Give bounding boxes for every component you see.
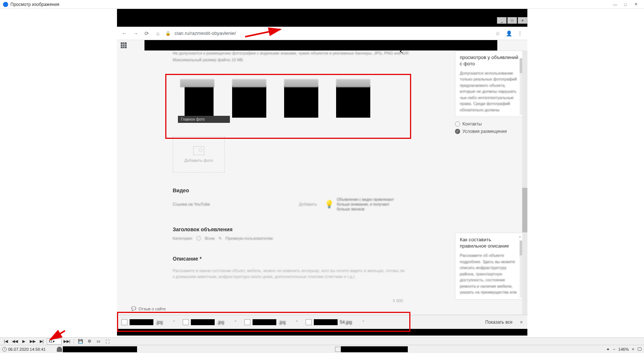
- download-item-2[interactable]: .jpg⌃: [183, 319, 237, 325]
- desc-heading: Описание *: [173, 256, 433, 262]
- user-icon: [57, 347, 62, 352]
- file-icon: [306, 319, 312, 325]
- bookmarks-redacted: [144, 40, 497, 50]
- browser-tabs-redacted: [117, 9, 527, 27]
- view-area: _ □ × ← → ⟳ ⌂ 🔒 cian.ru/razmestit-obyavl…: [0, 9, 644, 337]
- viewer-titlebar: Просмотр изображения — □ ✕: [0, 0, 644, 9]
- chat-icon: 💬: [131, 306, 136, 311]
- zoom-controls: ⚭ − 146% + 🖵: [606, 347, 642, 352]
- photo-row: Главное фото: [173, 64, 433, 118]
- url-text[interactable]: cian.ru/razmestit-obyavlenie/: [175, 30, 490, 36]
- radio-all[interactable]: [196, 236, 201, 241]
- browser-minimize-icon[interactable]: _: [497, 17, 507, 24]
- prev-button[interactable]: ◀◀: [11, 339, 19, 344]
- photo-hint-1: Не допускается к размещению фотографии с…: [173, 50, 433, 56]
- main-photo-label: Главное фото: [178, 116, 230, 123]
- link-contacts[interactable]: Контакты: [462, 121, 482, 127]
- save-button[interactable]: 💾: [77, 339, 84, 344]
- menu-button[interactable]: ⋮: [516, 30, 524, 37]
- forward-button[interactable]: →: [132, 30, 139, 37]
- play-button[interactable]: ▶: [20, 339, 27, 344]
- clock-icon: [2, 347, 7, 352]
- viewer-title: Просмотр изображения: [10, 2, 610, 7]
- video-url-input[interactable]: [173, 199, 292, 209]
- status-redacted-1: [63, 346, 137, 352]
- bulb-icon: 💡: [325, 199, 334, 209]
- page-scrollbar[interactable]: [522, 50, 527, 315]
- photo-thumb-2[interactable]: [232, 79, 266, 118]
- monitor-icon[interactable]: 🖵: [637, 347, 642, 352]
- side-box2-text: Расскажите об объекте подробнее. Здесь в…: [460, 252, 519, 295]
- link-terms[interactable]: Условия размещения: [462, 129, 507, 134]
- chevron-up-icon[interactable]: ⌃: [172, 320, 175, 324]
- zoom-value: 146%: [618, 347, 629, 352]
- downloads-bar-wrap: .jpg⌃ .jpg⌃ .jpg⌃ 54.jpg⌃ Показать все ×: [117, 315, 527, 329]
- video-tip: 💡 Объявления с видео привлекают больше в…: [325, 197, 403, 212]
- monitor-icon: [335, 347, 341, 352]
- chevron-up-icon[interactable]: ⌃: [362, 320, 365, 324]
- page-content: Не допускается к размещению фотографии с…: [117, 50, 527, 315]
- speed-selector[interactable]: x1 ▾: [47, 339, 62, 344]
- side-box1-text: Допускается использование только реальны…: [460, 70, 519, 113]
- chevron-up-icon[interactable]: ⌃: [234, 320, 237, 324]
- pencil-icon: ✎: [218, 236, 222, 241]
- photo-thumb-3[interactable]: [284, 79, 318, 118]
- download-item-4[interactable]: 54.jpg⌃: [306, 319, 365, 325]
- settings-button[interactable]: ⚙: [86, 339, 93, 344]
- side-box-photo-tip: просмотров у объявлений с фото Допускает…: [455, 50, 524, 117]
- reload-button[interactable]: ⟳: [143, 30, 150, 37]
- feedback-link[interactable]: 💬 Отзыв о сайте: [131, 306, 166, 311]
- content-main: Не допускается к размещению фотографии с…: [173, 50, 433, 303]
- star-button[interactable]: ☆: [494, 30, 501, 37]
- zoom-out-button[interactable]: −: [613, 347, 615, 352]
- browser-frame: _ □ × ← → ⟳ ⌂ 🔒 cian.ru/razmestit-obyavl…: [117, 9, 527, 336]
- profile-button[interactable]: 👤: [505, 30, 513, 37]
- image-icon: [193, 146, 204, 155]
- downloads-bar: .jpg⌃ .jpg⌃ .jpg⌃ 54.jpg⌃ Показать все ×: [117, 315, 527, 329]
- video-heading: Видео: [173, 187, 433, 193]
- file-icon: [121, 319, 127, 325]
- fullscreen-button[interactable]: ⛶: [104, 339, 111, 344]
- video-tip-text: Объявления с видео привлекают больше вни…: [337, 197, 403, 212]
- side-box-desc-tip: × Как составить правильное описание Расс…: [455, 233, 524, 299]
- photo-hint-2: Максимальный размер файла 10 МБ: [173, 57, 433, 62]
- timestamp: 06.07.2020 14:58:41: [8, 347, 46, 352]
- back-button[interactable]: ←: [121, 30, 128, 37]
- close-button[interactable]: ✕: [631, 1, 641, 8]
- title-opt-premium: Премиум-пользователям: [225, 236, 273, 241]
- photo-thumb-1[interactable]: Главное фото: [180, 79, 214, 118]
- show-all-downloads[interactable]: Показать все: [485, 320, 513, 325]
- minimize-button[interactable]: —: [610, 1, 620, 8]
- url-bar: ← → ⟳ ⌂ 🔒 cian.ru/razmestit-obyavlenie/ …: [117, 27, 527, 40]
- add-photo-button[interactable]: Добавить фото: [173, 136, 225, 173]
- desc-textarea[interactable]: Расскажите в каком состоянии объект, меб…: [173, 268, 407, 280]
- viewer-statusbar: 06.07.2020 14:58:41 ⚭ − 146% + 🖵: [0, 345, 644, 353]
- circle-icon: [455, 121, 460, 127]
- browser-close-icon[interactable]: ×: [518, 17, 527, 24]
- maximize-button[interactable]: □: [620, 1, 631, 8]
- apps-icon[interactable]: [121, 42, 127, 48]
- zoom-in-button[interactable]: +: [632, 347, 634, 352]
- char-count: 5 000: [173, 298, 403, 303]
- chevron-up-icon[interactable]: ⌃: [295, 320, 298, 324]
- video-add-button[interactable]: Добавить: [299, 202, 317, 206]
- download-item-3[interactable]: .jpg⌃: [244, 319, 298, 325]
- first-button[interactable]: |◀: [2, 339, 10, 344]
- last-button[interactable]: ▶|: [38, 339, 45, 344]
- photo-thumb-4[interactable]: [336, 79, 370, 118]
- video-row: Добавить 💡 Объявления с видео привлекают…: [173, 197, 433, 212]
- home-button[interactable]: ⌂: [154, 30, 162, 37]
- link-icon[interactable]: ⚭: [606, 347, 610, 352]
- close-tip-button[interactable]: ×: [519, 235, 521, 239]
- next-button[interactable]: ▶▶: [29, 339, 36, 344]
- app-icon: [3, 2, 8, 7]
- download-item-1[interactable]: .jpg⌃: [121, 319, 175, 325]
- end-button[interactable]: ▶▶|: [63, 339, 71, 344]
- add-photo-label: Добавить фото: [184, 158, 213, 163]
- side-box2-title: Как составить правильное описание: [460, 237, 519, 249]
- title-opt-all: Всем: [205, 236, 215, 241]
- close-downloads-bar[interactable]: ×: [520, 319, 523, 325]
- window-button[interactable]: ▭: [95, 339, 102, 344]
- check-icon: ✓: [455, 129, 460, 134]
- browser-maximize-icon[interactable]: □: [507, 17, 517, 24]
